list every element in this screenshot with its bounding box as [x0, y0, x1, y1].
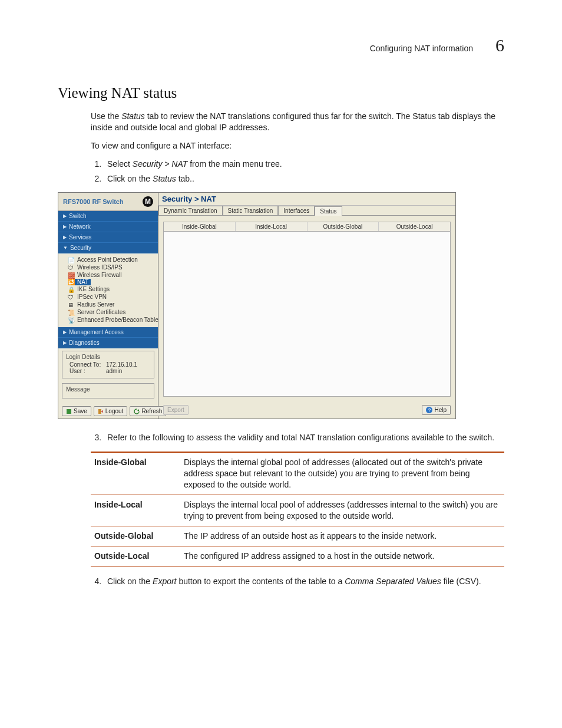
message-panel: Message — [62, 383, 154, 398]
step-1: Select Security > NAT from the main menu… — [104, 159, 504, 170]
nav-switch[interactable]: ▶Switch — [58, 211, 158, 222]
table-row: Inside-LocalDisplays the internal local … — [91, 495, 504, 526]
table-body — [163, 232, 451, 397]
save-button[interactable]: Save — [62, 406, 91, 416]
tree-ike-settings[interactable]: 🔒IKE Settings — [68, 285, 153, 293]
desc-inside-local: Displays the internal local pool of addr… — [180, 495, 504, 526]
step-2: Click on the Status tab.. — [104, 173, 504, 185]
firewall-icon: 🧱 — [68, 272, 75, 278]
tree-server-certificates[interactable]: 📜Server Certificates — [68, 308, 153, 316]
nav-services[interactable]: ▶Services — [58, 232, 158, 243]
term-inside-global: Inside-Global — [91, 452, 180, 495]
connect-to-label: Connect To: — [70, 361, 106, 368]
logout-button[interactable]: Logout — [94, 406, 128, 416]
tab-bar: Dynamic Translation Static Translation I… — [158, 206, 455, 216]
chevron-right-icon: ▶ — [63, 340, 67, 345]
nav-security[interactable]: ▼Security — [58, 243, 158, 253]
user-label: User : — [70, 368, 106, 374]
intro-paragraph-2: To view and configure a NAT interface: — [91, 140, 504, 151]
table-row: Outside-GlobalThe IP address of an outsi… — [91, 526, 504, 546]
help-icon: ? — [426, 407, 432, 413]
lock-icon: 🔒 — [68, 286, 75, 292]
table-row: Inside-GlobalDisplays the internal globa… — [91, 452, 504, 495]
chapter-number: 6 — [495, 35, 504, 55]
desc-inside-global: Displays the internal global pool of add… — [180, 452, 504, 495]
login-details-panel: Login Details Connect To:172.16.10.1 Use… — [62, 351, 154, 378]
message-title: Message — [66, 386, 150, 393]
term-inside-local: Inside-Local — [91, 495, 180, 526]
nav-network[interactable]: ▶Network — [58, 222, 158, 232]
main-panel: Security > NAT Dynamic Translation Stati… — [158, 193, 455, 419]
svg-rect-0 — [67, 409, 71, 414]
export-button[interactable]: Export — [163, 405, 189, 415]
tree-enhanced-probe[interactable]: 📡Enhanced Probe/Beacon Table — [68, 316, 153, 324]
chevron-right-icon: ▶ — [63, 330, 67, 335]
save-icon — [66, 409, 72, 414]
refresh-icon — [134, 409, 140, 414]
sidebar: RFS7000 RF Switch M ▶Switch ▶Network ▶Se… — [58, 193, 158, 419]
logout-icon — [98, 409, 104, 414]
content-footer: Export ?Help — [158, 401, 455, 419]
swap-icon: 🔁 — [68, 279, 75, 285]
shield-icon: 🛡 — [68, 265, 75, 271]
running-title: Configuring NAT information — [370, 44, 473, 53]
definitions-table: Inside-GlobalDisplays the internal globa… — [91, 452, 504, 566]
login-details-title: Login Details — [66, 354, 150, 360]
tab-static-translation[interactable]: Static Translation — [223, 206, 279, 215]
running-header: Configuring NAT information 6 — [58, 35, 504, 55]
tree-wireless-firewall[interactable]: 🧱Wireless Firewall — [68, 271, 153, 279]
desc-outside-global: The IP address of an outside host as it … — [180, 526, 504, 546]
step-4: Click on the Export button to export the… — [104, 576, 504, 587]
page-icon: 📄 — [68, 257, 75, 263]
connect-to-value: 172.16.10.1 — [106, 361, 137, 368]
term-outside-global: Outside-Global — [91, 526, 180, 546]
step-3: Refer to the following to assess the val… — [104, 432, 504, 443]
motorola-logo-icon: M — [143, 196, 153, 207]
chevron-right-icon: ▶ — [63, 235, 67, 240]
help-button[interactable]: ?Help — [422, 405, 451, 415]
table-header: Inside-Global Inside-Local Outside-Globa… — [163, 222, 451, 232]
radar-icon: 📡 — [68, 317, 75, 323]
tree-ipsec-vpn[interactable]: 🛡IPSec VPN — [68, 293, 153, 301]
col-inside-global[interactable]: Inside-Global — [164, 222, 236, 231]
tab-interfaces[interactable]: Interfaces — [278, 206, 315, 215]
chevron-right-icon: ▶ — [63, 213, 67, 219]
tree-radius-server[interactable]: 🖥Radius Server — [68, 301, 153, 308]
chevron-down-icon: ▼ — [63, 245, 68, 251]
col-outside-global[interactable]: Outside-Global — [308, 222, 379, 231]
breadcrumb: Security > NAT — [158, 193, 455, 206]
sidebar-button-bar: Save Logout Refresh — [58, 404, 158, 419]
product-name: RFS7000 RF Switch — [63, 198, 124, 205]
section-title: Viewing NAT status — [58, 85, 504, 101]
tree-access-point-detection[interactable]: 📄Access Point Detection — [68, 256, 153, 263]
procedure-list: Select Security > NAT from the main menu… — [91, 159, 504, 185]
tree-nat[interactable]: 🔁NAT — [68, 279, 153, 285]
term-outside-local: Outside-Local — [91, 546, 180, 566]
tree-wireless-ids-ips[interactable]: 🛡Wireless IDS/IPS — [68, 263, 153, 271]
table-row: Outside-LocalThe configured IP address a… — [91, 546, 504, 566]
nav-management-access[interactable]: ▶Management Access — [58, 327, 158, 338]
tab-dynamic-translation[interactable]: Dynamic Translation — [158, 206, 223, 215]
procedure-list-cont2: Click on the Export button to export the… — [91, 576, 504, 587]
procedure-list-cont: Refer to the following to assess the val… — [91, 432, 504, 443]
app-screenshot: RFS7000 RF Switch M ▶Switch ▶Network ▶Se… — [58, 192, 456, 419]
intro-paragraph-1: Use the Status tab to review the NAT tra… — [91, 111, 504, 133]
chevron-right-icon: ▶ — [63, 224, 67, 229]
col-outside-local[interactable]: Outside-Local — [379, 222, 450, 231]
col-inside-local[interactable]: Inside-Local — [236, 222, 308, 231]
nav-diagnostics[interactable]: ▶Diagnostics — [58, 338, 158, 348]
product-header: RFS7000 RF Switch M — [58, 193, 158, 211]
vpn-icon: 🛡 — [68, 294, 75, 300]
tab-status[interactable]: Status — [315, 206, 342, 216]
security-tree: 📄Access Point Detection 🛡Wireless IDS/IP… — [58, 253, 158, 327]
server-icon: 🖥 — [68, 302, 75, 308]
certificate-icon: 📜 — [68, 309, 75, 315]
user-value: admin — [106, 368, 122, 374]
desc-outside-local: The configured IP address assigned to a … — [180, 546, 504, 566]
